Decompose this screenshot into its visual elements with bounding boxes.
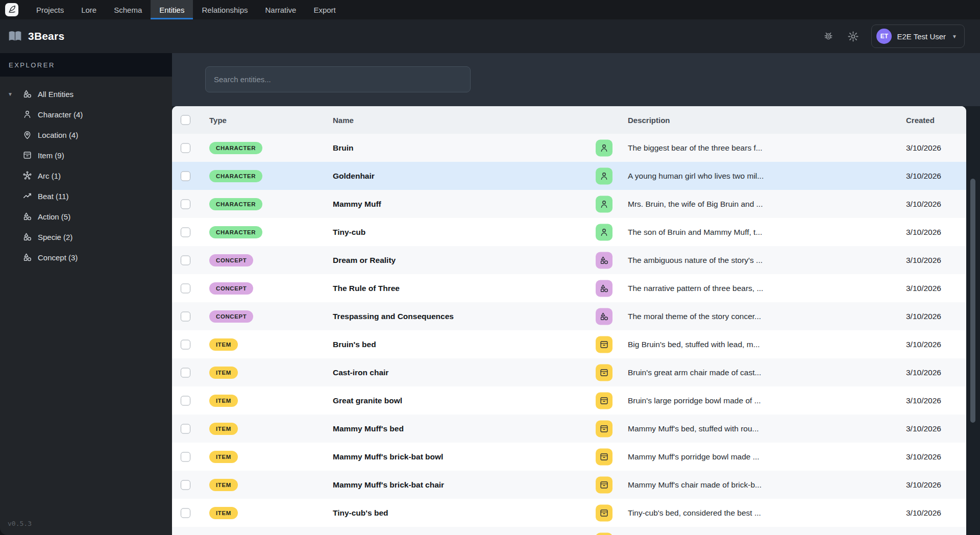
nav-tab-projects[interactable]: Projects: [28, 0, 72, 19]
entity-created: 3/10/2026: [906, 508, 941, 518]
caret-down-icon[interactable]: ▼: [8, 91, 13, 97]
entity-name[interactable]: Mammy Muff's brick-bat chair: [333, 480, 444, 490]
sidebar-item-label: Beat (11): [38, 192, 69, 201]
entity-name[interactable]: Mammy Muff's brick-bat bowl: [333, 452, 443, 461]
column-description[interactable]: Description: [628, 116, 670, 125]
table-row[interactable]: CONCEPTTrespassing and ConsequencesThe m…: [172, 302, 966, 330]
sidebar-item-label: Action (5): [38, 212, 70, 221]
top-nav: ProjectsLoreSchemaEntitiesRelationshipsN…: [0, 0, 980, 19]
table-row[interactable]: ITEMCast-iron chairBruin's great arm cha…: [172, 358, 966, 386]
row-checkbox[interactable]: [181, 452, 190, 461]
app-version: v0.5.3: [8, 520, 32, 527]
table-row[interactable]: ITEMTiny-cub's bowlTiny-cub's porridge b…: [172, 527, 966, 535]
entity-name[interactable]: Dream or Reality: [333, 256, 396, 265]
entity-name[interactable]: Great granite bowl: [333, 396, 402, 405]
entity-description: The biggest bear of the three bears f...: [628, 143, 763, 153]
table-row[interactable]: ITEMMammy Muff's brick-bat bowlMammy Muf…: [172, 443, 966, 471]
entity-name[interactable]: Goldenhair: [333, 172, 375, 181]
entity-name[interactable]: Tiny-cub: [333, 228, 365, 237]
nav-tab-relationships[interactable]: Relationships: [193, 0, 256, 19]
sidebar-item-label: Location (4): [38, 131, 78, 139]
row-checkbox[interactable]: [181, 171, 190, 181]
table-row[interactable]: CHARACTERMammy MuffMrs. Bruin, the wife …: [172, 190, 966, 218]
type-badge: ITEM: [209, 479, 238, 491]
user-menu[interactable]: ET E2E Test User ▼: [871, 25, 965, 48]
type-badge: CHARACTER: [209, 142, 262, 154]
row-checkbox[interactable]: [181, 311, 190, 321]
row-checkbox[interactable]: [181, 508, 190, 518]
nav-tab-lore[interactable]: Lore: [72, 0, 105, 19]
row-checkbox[interactable]: [181, 339, 190, 349]
table-row[interactable]: CONCEPTDream or RealityThe ambiguous nat…: [172, 246, 966, 274]
type-badge: CHARACTER: [209, 198, 262, 210]
sidebar-item-location[interactable]: Location (4): [0, 125, 172, 145]
entity-description: Mammy Muff's bed, stuffed with rou...: [628, 424, 759, 433]
row-checkbox[interactable]: [181, 368, 190, 377]
row-checkbox[interactable]: [181, 143, 190, 153]
entity-created: 3/10/2026: [906, 228, 941, 237]
table-row[interactable]: CHARACTERBruinThe biggest bear of the th…: [172, 134, 966, 162]
search-input[interactable]: [205, 66, 471, 92]
type-badge: CHARACTER: [209, 170, 262, 182]
row-checkbox[interactable]: [181, 227, 190, 237]
type-badge: CONCEPT: [209, 254, 253, 266]
shapes-icon: [596, 280, 612, 297]
row-checkbox[interactable]: [181, 255, 190, 265]
sidebar-item-action[interactable]: Action (5): [0, 206, 172, 227]
scrollbar-thumb[interactable]: [970, 179, 975, 423]
sidebar-item-arc[interactable]: Arc (1): [0, 165, 172, 186]
entity-name[interactable]: Mammy Muff: [333, 200, 381, 209]
shapes-icon: [22, 253, 32, 262]
column-name[interactable]: Name: [333, 116, 354, 125]
entity-name[interactable]: Tiny-cub's bed: [333, 508, 388, 518]
row-checkbox[interactable]: [181, 396, 190, 405]
explorer-section-label: EXPLORER: [0, 53, 172, 77]
table-row[interactable]: ITEMTiny-cub's bedTiny-cub's bed, consid…: [172, 499, 966, 527]
column-created[interactable]: Created: [906, 116, 935, 125]
sidebar-item-concept[interactable]: Concept (3): [0, 247, 172, 268]
shapes-icon: [22, 89, 32, 99]
nav-tab-narrative[interactable]: Narrative: [257, 0, 305, 19]
entity-name[interactable]: Bruin's bed: [333, 340, 376, 349]
table-row[interactable]: CONCEPTThe Rule of ThreeThe narrative pa…: [172, 274, 966, 302]
entity-description: A young human girl who lives two mil...: [628, 172, 764, 181]
entity-name[interactable]: Cast-iron chair: [333, 368, 388, 377]
entity-name[interactable]: The Rule of Three: [333, 284, 400, 293]
table-header: Type Name Description Created: [172, 106, 966, 134]
entity-description: Mammy Muff's porridge bowl made ...: [628, 452, 760, 461]
entity-name[interactable]: Trespassing and Consequences: [333, 312, 454, 321]
entity-name[interactable]: Mammy Muff's bed: [333, 424, 404, 433]
type-badge: ITEM: [209, 507, 238, 519]
select-all-checkbox[interactable]: [181, 115, 190, 125]
explorer-sidebar: EXPLORER ▼All EntitiesCharacter (4)Locat…: [0, 53, 172, 535]
nav-tab-schema[interactable]: Schema: [105, 0, 151, 19]
row-checkbox[interactable]: [181, 283, 190, 293]
row-checkbox[interactable]: [181, 480, 190, 490]
nav-tab-export[interactable]: Export: [305, 0, 344, 19]
row-checkbox[interactable]: [181, 424, 190, 433]
nav-tab-entities[interactable]: Entities: [151, 0, 193, 19]
column-type[interactable]: Type: [209, 116, 227, 125]
row-checkbox[interactable]: [181, 199, 190, 209]
nav-tabs: ProjectsLoreSchemaEntitiesRelationshipsN…: [28, 0, 345, 19]
table-row[interactable]: CHARACTERTiny-cubThe son of Bruin and Ma…: [172, 218, 966, 246]
type-badge: CONCEPT: [209, 310, 253, 323]
sidebar-item-character[interactable]: Character (4): [0, 104, 172, 125]
type-badge: CONCEPT: [209, 282, 253, 295]
archive-box-icon: [596, 532, 612, 535]
sidebar-item-item[interactable]: Item (9): [0, 145, 172, 165]
sidebar-item-specie[interactable]: Specie (2): [0, 227, 172, 247]
person-icon: [22, 110, 32, 119]
table-row[interactable]: ITEMBruin's bedBig Bruin's bed, stuffed …: [172, 330, 966, 358]
settings-gear-button[interactable]: [847, 31, 859, 42]
entity-name[interactable]: Bruin: [333, 143, 353, 153]
table-row[interactable]: ITEMMammy Muff's brick-bat chairMammy Mu…: [172, 471, 966, 499]
search-band: [172, 53, 980, 106]
sidebar-item-beat[interactable]: Beat (11): [0, 186, 172, 206]
entity-tree: ▼All EntitiesCharacter (4)Location (4)It…: [0, 77, 172, 268]
table-row[interactable]: ITEMMammy Muff's bedMammy Muff's bed, st…: [172, 415, 966, 443]
bug-report-button[interactable]: [823, 31, 834, 42]
table-row[interactable]: CHARACTERGoldenhairA young human girl wh…: [172, 162, 966, 190]
sidebar-item-all-entities[interactable]: ▼All Entities: [0, 84, 172, 104]
table-row[interactable]: ITEMGreat granite bowlBruin's large porr…: [172, 386, 966, 415]
